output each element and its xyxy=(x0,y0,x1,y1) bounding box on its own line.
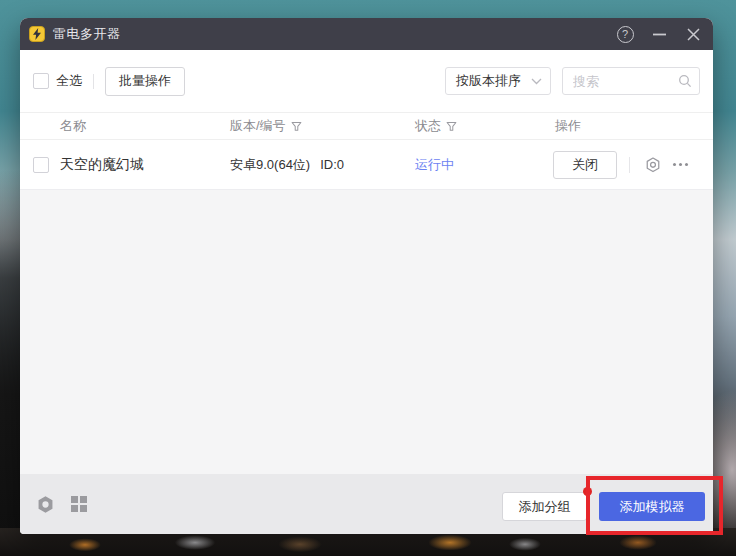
toolbar-divider xyxy=(93,74,94,89)
more-icon xyxy=(673,163,676,166)
layout-grid-button[interactable] xyxy=(70,495,88,513)
search-box xyxy=(562,67,700,95)
app-logo-icon xyxy=(29,26,45,42)
row-actions-divider xyxy=(629,157,630,173)
chevron-down-icon xyxy=(531,78,542,85)
emulator-row[interactable]: 天空的魔幻城 安卓9.0(64位) ID:0 运行中 关闭 xyxy=(20,140,713,190)
empty-list-area xyxy=(20,190,713,474)
window-controls: ? xyxy=(608,18,713,50)
android-version: 安卓9.0(64位) xyxy=(230,156,310,174)
search-icon xyxy=(678,74,692,92)
sort-dropdown[interactable]: 按版本排序 xyxy=(445,67,551,95)
row-settings-button[interactable] xyxy=(644,156,662,174)
add-group-button[interactable]: 添加分组 xyxy=(502,492,587,521)
add-emulator-button[interactable]: 添加模拟器 xyxy=(599,492,705,521)
gear-icon xyxy=(644,156,662,174)
sort-dropdown-value: 按版本排序 xyxy=(456,72,521,90)
notification-dot xyxy=(583,487,592,496)
filter-icon xyxy=(291,121,302,132)
gear-nut-icon xyxy=(36,495,55,514)
window-title: 雷电多开器 xyxy=(53,25,121,43)
help-icon: ? xyxy=(617,26,634,43)
status-badge: 运行中 xyxy=(415,156,454,174)
grid-icon xyxy=(70,495,88,513)
more-actions-button[interactable] xyxy=(673,163,688,166)
minimize-icon xyxy=(653,33,666,36)
row-checkbox[interactable] xyxy=(33,157,49,173)
emulator-version: 安卓9.0(64位) ID:0 xyxy=(230,156,344,174)
header-status[interactable]: 状态 xyxy=(415,117,457,135)
ldplayer-multi-instance-window: 雷电多开器 ? 全选 批量操作 按版本排序 xyxy=(20,18,713,534)
table-header: 名称 版本/编号 状态 操作 xyxy=(20,112,713,140)
minimize-button[interactable] xyxy=(642,18,676,50)
header-name: 名称 xyxy=(60,117,86,135)
emulator-name: 天空的魔幻城 xyxy=(60,156,144,174)
close-icon xyxy=(687,28,700,41)
titlebar[interactable]: 雷电多开器 ? xyxy=(20,18,713,50)
close-button[interactable] xyxy=(676,18,710,50)
header-version[interactable]: 版本/编号 xyxy=(230,117,302,135)
emulator-id: ID:0 xyxy=(320,157,344,172)
select-all-checkbox[interactable] xyxy=(33,73,49,89)
batch-operations-button[interactable]: 批量操作 xyxy=(105,67,185,96)
settings-button[interactable] xyxy=(36,495,55,514)
toolbar-right: 按版本排序 xyxy=(445,67,700,95)
close-emulator-button[interactable]: 关闭 xyxy=(553,151,617,179)
toolbar: 全选 批量操作 按版本排序 xyxy=(20,50,713,112)
footer-bar: 添加分组 添加模拟器 xyxy=(20,474,713,534)
desktop-wallpaper-mountain-left xyxy=(0,170,22,556)
header-actions: 操作 xyxy=(555,117,581,135)
help-button[interactable]: ? xyxy=(608,18,642,50)
select-all-label: 全选 xyxy=(56,72,82,90)
filter-icon xyxy=(446,121,457,132)
